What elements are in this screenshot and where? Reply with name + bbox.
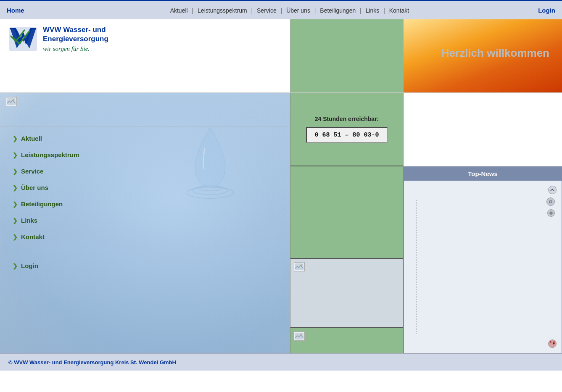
news-scroll-down-area	[407, 338, 558, 350]
nav-arrow-leistungsspektrum: ❯	[13, 152, 18, 158]
middle-column: 24 Stunden erreichbar: 0 68 51 – 80 03-0	[290, 93, 404, 353]
news-scroll-up-button[interactable]	[548, 186, 557, 194]
company-logo	[8, 25, 38, 53]
news-items-area	[490, 196, 559, 338]
nav-kontakt[interactable]: Kontakt	[389, 7, 409, 14]
sidebar-item-beteiligungen-label: Beteiligungen	[21, 200, 63, 208]
nav-arrow-links: ❯	[13, 217, 18, 224]
content-wrapper: WVW Wasser- und Energieversorgung wir so…	[0, 19, 562, 371]
nav-beteiligungen[interactable]: Beteiligungen	[320, 7, 356, 14]
login-link[interactable]: Login	[538, 7, 555, 14]
nav-arrow-ueber-uns: ❯	[13, 184, 18, 191]
phone-label: 24 Stunden erreichbar:	[315, 116, 379, 122]
news-mid-area	[407, 196, 558, 338]
footer-text: © WVW Wasser- und Energieversorgung Krei…	[8, 359, 176, 366]
nav-aktuell[interactable]: Aktuell	[170, 7, 188, 14]
news-radio-area	[490, 196, 559, 206]
main-content: ❯ Aktuell ❯ Leistungsspektrum ❯ Service …	[0, 93, 562, 353]
sidebar-item-leistungsspektrum[interactable]: ❯ Leistungsspektrum	[13, 151, 277, 158]
green-main-area	[290, 166, 403, 259]
middle-image-placeholder-2	[294, 331, 305, 341]
company-slogan: wir sorgen für Sie.	[43, 45, 108, 53]
nav-sep-3: |	[281, 7, 284, 14]
sidebar-icon-area	[0, 93, 290, 126]
nav-sep-1: |	[192, 7, 195, 14]
company-name: WVW Wasser- und Energieversorgung	[43, 25, 108, 44]
sidebar-item-leistungsspektrum-label: Leistungsspektrum	[21, 151, 79, 158]
sidebar-item-links[interactable]: ❯ Links	[13, 217, 277, 224]
logo-area: WVW Wasser- und Energieversorgung wir so…	[0, 19, 290, 92]
sidebar-image-placeholder	[6, 97, 17, 106]
news-scroll-up-area	[407, 184, 558, 196]
sidebar-item-service[interactable]: ❯ Service	[13, 168, 277, 175]
left-sidebar: ❯ Aktuell ❯ Leistungsspektrum ❯ Service …	[0, 93, 290, 353]
sidebar-item-kontakt[interactable]: ❯ Kontakt	[13, 233, 277, 240]
news-radio-button-2[interactable]	[547, 209, 555, 217]
svg-point-13	[549, 200, 552, 203]
main-nav-links: Aktuell | Leistungsspektrum | Service | …	[41, 7, 538, 14]
top-navigation: Home Aktuell | Leistungsspektrum | Servi…	[0, 0, 562, 19]
nav-leistungsspektrum[interactable]: Leistungsspektrum	[198, 7, 247, 14]
welcome-text: Herzlich willkommen	[441, 47, 549, 59]
svg-point-12	[301, 334, 302, 335]
svg-point-10	[301, 264, 302, 266]
sidebar-item-aktuell-label: Aktuell	[21, 135, 42, 142]
sidebar-item-beteiligungen[interactable]: ❯ Beteiligungen	[13, 200, 277, 208]
nav-arrow-login: ❯	[13, 263, 18, 269]
sidebar-item-login[interactable]: ❯ Login	[13, 262, 277, 269]
svg-point-14	[550, 212, 552, 214]
nav-sep-4: |	[314, 7, 318, 14]
svg-point-8	[13, 99, 14, 101]
nav-arrow-service: ❯	[13, 168, 18, 175]
sidebar-nav-menu: ❯ Aktuell ❯ Leistungsspektrum ❯ Service …	[0, 126, 290, 287]
sidebar-item-aktuell[interactable]: ❯ Aktuell	[13, 135, 277, 142]
home-link[interactable]: Home	[7, 7, 24, 14]
nav-sep-6: |	[383, 7, 387, 14]
news-dotted-border	[416, 200, 485, 334]
sidebar-item-ueber-uns[interactable]: ❯ Über uns	[13, 184, 277, 191]
welcome-area: Herzlich willkommen	[441, 47, 549, 60]
nav-sep-5: |	[360, 7, 363, 14]
phone-number: 0 68 51 – 80 03-0	[306, 127, 387, 143]
nav-arrow-aktuell: ❯	[13, 135, 18, 142]
middle-image-box-2	[290, 328, 403, 353]
green-header-box	[290, 19, 404, 92]
sidebar-item-links-label: Links	[21, 217, 37, 224]
nav-arrow-kontakt: ❯	[13, 234, 18, 240]
middle-image-placeholder-1	[294, 262, 305, 271]
sidebar-item-login-label: Login	[21, 262, 38, 269]
footer: © WVW Wasser- und Energieversorgung Krei…	[0, 353, 562, 371]
top-news-header: Top-News	[404, 167, 562, 181]
middle-image-box-1	[290, 259, 403, 328]
phone-box: 24 Stunden erreichbar: 0 68 51 – 80 03-0	[290, 93, 403, 166]
nav-ueber-uns[interactable]: Über uns	[286, 7, 310, 14]
top-news-content	[404, 181, 562, 353]
news-radio-area-2	[490, 206, 559, 217]
logo-text-area: WVW Wasser- und Energieversorgung wir so…	[43, 25, 108, 53]
sidebar-item-kontakt-label: Kontakt	[21, 233, 45, 240]
nav-sep-2: |	[251, 7, 254, 14]
nav-links[interactable]: Links	[366, 7, 380, 14]
sidebar-item-ueber-uns-label: Über uns	[21, 184, 48, 191]
right-column: Top-News	[404, 93, 562, 353]
sidebar-item-service-label: Service	[21, 168, 43, 175]
news-radio-button-1[interactable]	[546, 197, 555, 206]
welcome-header-space	[404, 93, 562, 166]
news-scroll-down-button[interactable]	[548, 339, 557, 348]
nav-arrow-beteiligungen: ❯	[13, 201, 18, 208]
nav-service[interactable]: Service	[257, 7, 277, 14]
top-news-panel: Top-News	[404, 166, 562, 353]
